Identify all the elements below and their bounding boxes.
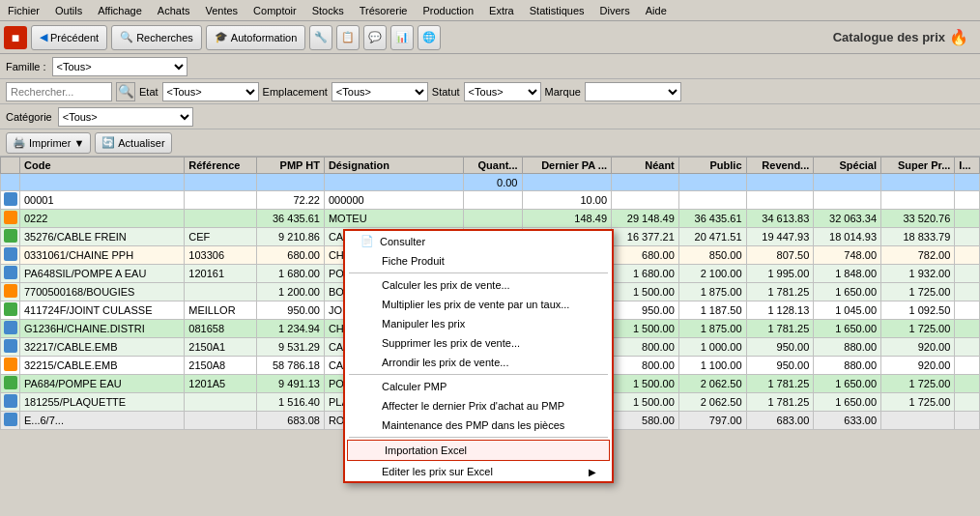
menu-production[interactable]: Production: [415, 3, 481, 18]
back-button[interactable]: ◀ Précédent: [31, 25, 107, 50]
menu-statistiques[interactable]: Statistiques: [522, 3, 592, 18]
autoformation-button[interactable]: 🎓 Autoformation: [206, 25, 305, 50]
menu-achats[interactable]: Achats: [150, 3, 198, 18]
emplacement-select[interactable]: <Tous>: [331, 82, 428, 101]
ctx-importation-excel[interactable]: Importation Excel: [347, 440, 610, 461]
ctx-calculer-prix[interactable]: Calculer les prix de vente...: [345, 275, 612, 295]
col-special[interactable]: Spécial: [814, 158, 881, 174]
cell-pmp: 9 210.86: [257, 228, 325, 246]
cell-i: [955, 228, 980, 246]
item-icon: [4, 413, 17, 426]
menu-comptoir[interactable]: Comptoir: [245, 3, 304, 18]
menu-divers[interactable]: Divers: [592, 3, 638, 18]
cell-special: 32 063.34: [814, 210, 881, 228]
ctx-calculer-pmp[interactable]: Calculer PMP: [345, 377, 612, 396]
cell-designation: [324, 174, 463, 191]
cell-i: [955, 357, 980, 375]
col-dernier[interactable]: Dernier PA ...: [522, 158, 612, 174]
menu-extra[interactable]: Extra: [481, 3, 522, 18]
col-neant[interactable]: Néant: [612, 158, 679, 174]
col-public[interactable]: Public: [678, 158, 746, 174]
cell-pmp: 1 680.00: [257, 265, 325, 283]
cell-i: [955, 191, 980, 210]
cell-code: 7700500168/BOUGIES: [20, 283, 185, 301]
cell-revend: 1 781.25: [746, 375, 814, 393]
famille-select[interactable]: <Tous>: [52, 57, 187, 76]
col-designation[interactable]: Désignation: [324, 158, 463, 174]
col-code[interactable]: Code: [20, 158, 185, 174]
searches-button[interactable]: 🔍 Recherches: [111, 25, 202, 50]
ctx-maintenance[interactable]: Maintenance des PMP dans les pièces: [345, 416, 612, 435]
cell-ref: [185, 393, 257, 412]
toolbar-icon-4[interactable]: 📊: [390, 25, 414, 50]
cell-pmp: 58 786.18: [257, 357, 325, 375]
row-icon-cell: [1, 210, 20, 228]
famille-label: Famille :: [6, 61, 46, 72]
refresh-button[interactable]: 🔄 Actualiser: [95, 132, 171, 154]
toolbar-icon-3[interactable]: 💬: [363, 25, 387, 50]
print-icon: 🖨️: [13, 136, 26, 149]
ctx-supprimer[interactable]: Supprimer les prix de vente...: [345, 333, 612, 353]
menu-affichage[interactable]: Affichage: [90, 3, 150, 18]
action-bar: 🖨️ Imprimer ▼ 🔄 Actualiser: [0, 129, 980, 157]
menu-tresorerie[interactable]: Trésorerie: [352, 3, 416, 18]
cell-dernier: 10.00: [522, 191, 612, 210]
ctx-consulter[interactable]: 📄 Consulter: [345, 231, 612, 251]
menu-stocks[interactable]: Stocks: [304, 3, 352, 18]
ctx-affecter[interactable]: Affecter le dernier Prix d'achat au PMP: [345, 396, 612, 416]
search-input[interactable]: [6, 82, 112, 101]
col-super[interactable]: Super Pr...: [881, 158, 955, 174]
print-button[interactable]: 🖨️ Imprimer ▼: [6, 132, 91, 154]
cell-code: PA684/POMPE EAU: [20, 375, 185, 393]
cell-designation: MOTEU: [324, 210, 463, 228]
cell-code: 0222: [20, 210, 185, 228]
ctx-manipuler[interactable]: Manipuler les prix: [345, 314, 612, 333]
cell-ref: [185, 191, 257, 210]
cell-pmp: 683.08: [257, 412, 325, 430]
cell-pmp: 9 491.13: [257, 375, 325, 393]
cell-i: [955, 301, 980, 320]
menu-outils[interactable]: Outils: [47, 3, 90, 18]
col-reference[interactable]: Référence: [185, 158, 257, 174]
row-icon-cell: [1, 265, 20, 283]
cell-neant: 950.00: [612, 301, 679, 320]
item-icon: [4, 284, 17, 298]
ctx-editer-excel[interactable]: Editer les prix sur Excel ▶: [345, 462, 612, 481]
cell-neant: 1 500.00: [612, 375, 679, 393]
toolbar-icon-2[interactable]: 📋: [336, 25, 360, 50]
cell-i: [955, 174, 980, 191]
cell-revend: [746, 174, 814, 191]
statut-select[interactable]: <Tous>: [464, 82, 541, 101]
cell-special: 1 045.00: [814, 301, 881, 320]
cell-super: 1 725.00: [881, 320, 955, 338]
ctx-multiplier[interactable]: Multiplier les prix de vente par un taux…: [345, 295, 612, 314]
toolbar-icon-5[interactable]: 🌐: [418, 25, 441, 50]
ctx-fiche-produit[interactable]: Fiche Produit: [345, 251, 612, 271]
cell-neant: 800.00: [612, 357, 679, 375]
col-revend[interactable]: Revend...: [746, 158, 814, 174]
etat-select[interactable]: <Tous>: [162, 82, 259, 101]
toolbar-icon-1[interactable]: 🔧: [309, 25, 332, 50]
cell-pmp: 680.00: [257, 246, 325, 265]
categorie-select[interactable]: <Tous>: [58, 107, 193, 127]
search-button[interactable]: 🔍: [116, 82, 135, 101]
cell-special: [814, 174, 881, 191]
menu-aide[interactable]: Aide: [638, 3, 675, 18]
cell-public: [678, 174, 746, 191]
cell-neant: 1 500.00: [612, 283, 679, 301]
col-pmp[interactable]: PMP HT: [257, 158, 325, 174]
marque-select[interactable]: [585, 82, 681, 101]
menu-ventes[interactable]: Ventes: [197, 3, 245, 18]
menu-fichier[interactable]: Fichier: [0, 3, 47, 18]
cell-revend: 807.50: [746, 246, 814, 265]
etat-label: Etat: [139, 86, 159, 98]
cell-public: 20 471.51: [678, 228, 746, 246]
cell-special: 18 014.93: [814, 228, 881, 246]
col-i[interactable]: I...: [955, 158, 980, 174]
cell-revend: 19 447.93: [746, 228, 814, 246]
cell-code: E...6/7...: [20, 412, 185, 430]
col-quant[interactable]: Quant...: [464, 158, 522, 174]
cell-code: 35276/CABLE FREIN: [20, 228, 185, 246]
ctx-arrondir[interactable]: Arrondir les prix de vente...: [345, 353, 612, 372]
statut-label: Statut: [432, 86, 460, 98]
